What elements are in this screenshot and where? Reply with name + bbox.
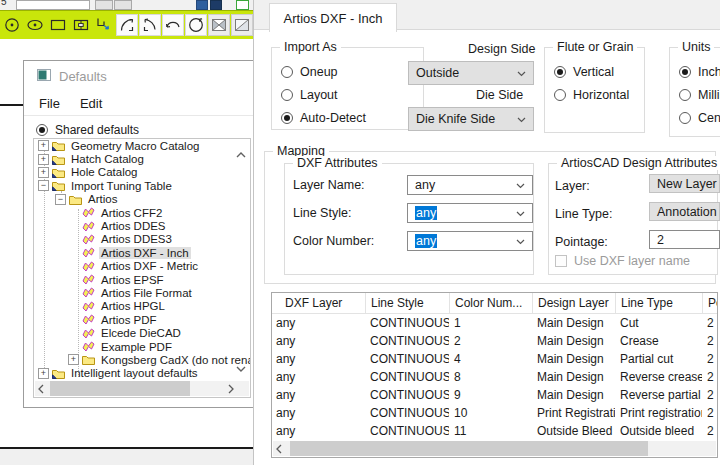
tree-item-label: Artios PDF [99,314,159,326]
tree-item[interactable]: +Kongsberg CadX (do not rename [34,353,250,366]
radio-vertical[interactable]: Vertical [554,60,642,83]
scrollbar-thumb[interactable] [290,441,648,456]
expand-toggle-icon[interactable]: − [38,180,49,191]
mapping-table-header[interactable]: DXF LayerLine StyleColor Num...Design La… [272,293,717,314]
arc-ne-tool[interactable] [116,14,138,36]
table-row[interactable]: anyCONTINUOUS4Main DesignPartial cut2 [272,350,717,368]
tree-item[interactable]: Artios DXF - Inch [34,246,250,259]
drawing-line [0,104,23,106]
tree-item[interactable]: Elcede DieCAD [34,326,250,339]
expand-toggle-icon[interactable]: + [38,154,49,165]
tree-item-label: Hatch Catalog [69,153,146,165]
table-row[interactable]: anyCONTINUOUS8Main DesignReverse crease2 [272,368,717,386]
polyline-arrow-tool[interactable] [93,14,115,36]
rectangle-tool[interactable] [47,14,69,36]
shared-defaults-radio[interactable]: Shared defaults [36,123,256,137]
design-attributes-group: ArtiosCAD Design Attributes Layer: New L… [548,163,718,275]
tree-item[interactable]: −Import Tuning Table [34,179,250,192]
mirror-diagonal-tool[interactable] [231,14,253,36]
tree-item[interactable]: +Geometry Macro Catalog [34,139,250,152]
menu-edit[interactable]: Edit [80,96,102,111]
semicircle-tool[interactable] [162,14,184,36]
tree-item[interactable]: Example PDF [34,340,250,353]
column-header[interactable]: Line Type [615,293,702,313]
tuning-icon [82,234,96,245]
table-row[interactable]: anyCONTINUOUS11Outside BleedOutside blee… [272,422,717,440]
scroll-left-icon[interactable] [273,444,285,454]
radio-millimeters[interactable]: Millimeters [679,83,720,106]
tree-item[interactable]: +Hole Catalog [34,166,250,179]
tree-item[interactable]: Artios DDES3 [34,233,250,246]
pointage-label: Pointage: [555,235,608,249]
catalog-folder-icon [52,140,66,151]
menu-file[interactable]: File [39,96,60,111]
table-horizontal-scrollbar[interactable] [273,441,716,456]
radio-centimeters[interactable]: Centimeters [679,106,720,129]
design-side-combo[interactable]: Outside [408,61,534,85]
flute-or-grain-group: Flute or Grain VerticalHorizontal [544,47,645,133]
tree-item[interactable]: Artios DXF - Metric [34,260,250,273]
tree-item-label: Artios DDES [99,220,168,232]
scroll-down-icon[interactable] [236,358,246,376]
expand-toggle-icon[interactable]: + [38,167,49,178]
tree-item[interactable]: Artios CFF2 [34,206,250,219]
scrollbar-thumb[interactable] [50,381,190,396]
line-style-combo[interactable]: any [407,203,533,223]
defaults-window-icon [37,67,51,85]
mirror-triangles-tool[interactable] [208,14,230,36]
tree-item[interactable]: +Intelligent layout defaults [34,367,250,380]
radio-inches[interactable]: Inches [679,60,720,83]
expand-toggle-icon[interactable]: + [38,140,49,151]
line-type-value-box[interactable]: Annotation [649,202,720,221]
layer-name-label: Layer Name: [293,178,365,192]
table-row[interactable]: anyCONTINUOUS1Main DesignCut2 [272,314,717,332]
radio-circle [554,66,566,78]
table-row[interactable]: anyCONTINUOUS10Print RegistrationPrint r… [272,404,717,422]
tree-item[interactable]: +Hatch Catalog [34,152,250,165]
radio-oneup[interactable]: Oneup [281,60,421,83]
tree-item[interactable]: Artios HPGL [34,300,250,313]
table-row[interactable]: anyCONTINUOUS2Main DesignCrease2 [272,332,717,350]
scroll-right-icon[interactable] [225,384,237,394]
units-group: Units InchesMillimetersCentimeters [669,47,720,137]
tree-item-label: Import Tuning Table [69,180,174,192]
defaults-titlebar[interactable]: Defaults [24,61,256,91]
arc-nw-tool[interactable] [139,14,161,36]
radio-auto-detect[interactable]: Auto-Detect [281,106,421,129]
column-header[interactable]: Line Style [365,293,449,313]
tree-item[interactable]: Artios File Format [34,286,250,299]
radio-circle [679,66,691,78]
tree-horizontal-scrollbar[interactable] [35,381,249,396]
expand-toggle-icon[interactable]: + [38,368,49,379]
column-header[interactable]: Pointage [702,293,717,313]
radio-layout[interactable]: Layout [281,83,421,106]
mapping-table-body: anyCONTINUOUS1Main DesignCut2anyCONTINUO… [272,314,717,458]
expand-toggle-icon[interactable]: + [68,354,79,365]
circle-arrow-tool[interactable] [185,14,207,36]
tree-item[interactable]: Artios DDES [34,219,250,232]
expand-toggle-icon[interactable]: − [55,194,66,205]
split-rectangle-tool[interactable] [70,14,92,36]
scroll-left-icon[interactable] [35,384,47,394]
layer-name-combo[interactable]: any [407,175,533,195]
table-row[interactable]: anyCONTINUOUS9Main DesignReverse partial… [272,386,717,404]
column-header[interactable]: Design Layer [532,293,615,313]
pointage-field[interactable]: 2 [649,230,720,249]
tab-artios-dxf-inch[interactable]: Artios DXF - Inch [269,3,397,32]
die-side-combo[interactable]: Die Knife Side [408,107,534,131]
layer-value-box[interactable]: New Layer [649,174,720,193]
tree-item[interactable]: −Artios [34,193,250,206]
circle-center-tool[interactable] [1,14,23,36]
ellipse-tool[interactable] [24,14,46,36]
color-number-combo[interactable]: any [407,231,533,251]
column-header[interactable]: Color Num... [449,293,532,313]
scroll-up-icon[interactable] [236,144,246,162]
catalog-folder-icon [52,154,66,165]
tree-item[interactable]: Artios PDF [34,313,250,326]
use-dxf-layer-name-checkbox: Use DXF layer name [555,254,690,268]
drawing-margin [0,449,253,465]
tree-item-label: Artios DDES3 [99,233,174,245]
tree-item[interactable]: Artios EPSF [34,273,250,286]
radio-horizontal[interactable]: Horizontal [554,83,642,106]
column-header[interactable]: DXF Layer [272,293,365,313]
